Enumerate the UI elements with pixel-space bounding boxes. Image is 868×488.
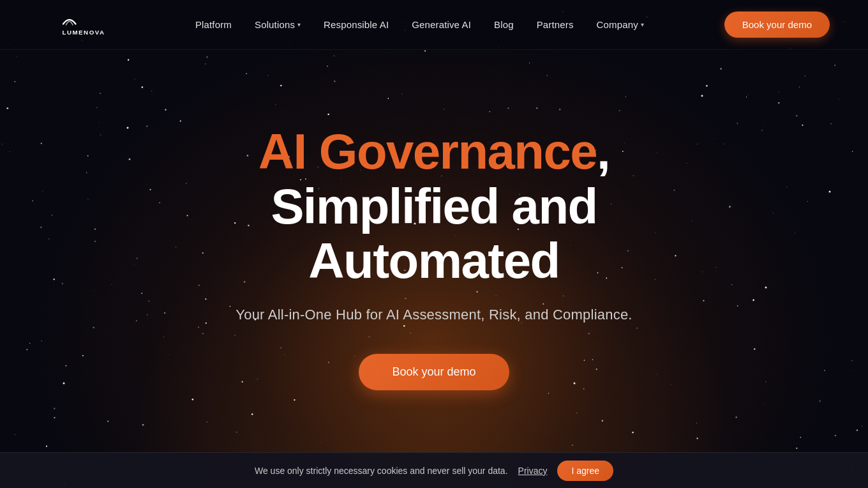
chevron-down-icon: ▾ [641, 21, 644, 28]
hero-title: AI Governance, Simplified and Automated [147, 125, 721, 289]
cookie-banner: We use only strictly necessary cookies a… [0, 452, 868, 488]
nav-item-generative-ai[interactable]: Generative AI [412, 19, 471, 31]
agree-button[interactable]: I agree [557, 461, 613, 481]
nav-item-responsible-ai[interactable]: Responsible AI [324, 19, 389, 31]
nav-links: Platform Solutions ▾ Responsible AI Gene… [195, 19, 644, 31]
nav-item-blog[interactable]: Blog [494, 19, 514, 31]
svg-text:LUMENOVA: LUMENOVA [63, 29, 105, 36]
nav-item-platform[interactable]: Platform [195, 19, 232, 31]
hero-section: AI Governance, Simplified and Automated … [0, 50, 868, 452]
logo[interactable]: LUMENOVA [38, 8, 115, 42]
nav-item-solutions[interactable]: Solutions ▾ [255, 19, 301, 30]
book-demo-button-hero[interactable]: Book your demo [359, 354, 509, 390]
hero-subtitle: Your All-in-One Hub for AI Assessment, R… [236, 307, 632, 323]
book-demo-button-nav[interactable]: Book your demo [724, 11, 830, 38]
cookie-message: We use only strictly necessary cookies a… [255, 466, 508, 476]
privacy-link[interactable]: Privacy [518, 466, 548, 476]
nav-item-partners[interactable]: Partners [537, 19, 574, 31]
nav-item-company[interactable]: Company ▾ [597, 19, 644, 30]
chevron-down-icon: ▾ [297, 21, 301, 28]
navbar: LUMENOVA Platform Solutions ▾ Responsibl… [0, 0, 868, 50]
